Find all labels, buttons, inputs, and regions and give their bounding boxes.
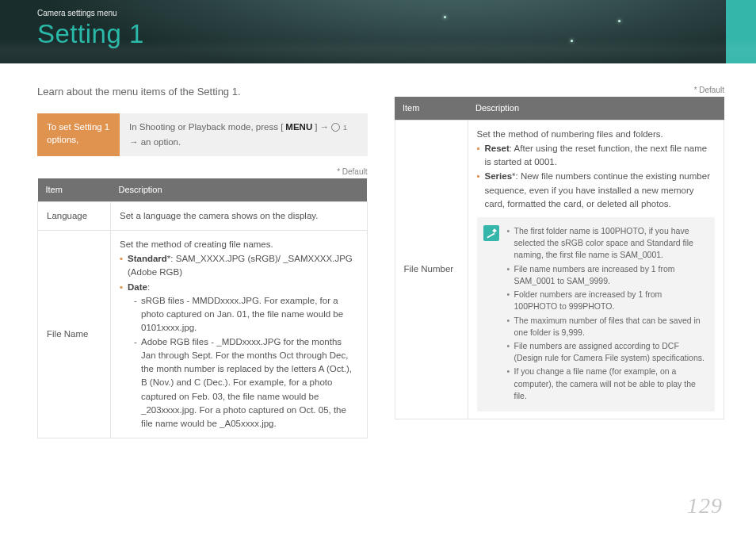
sub-list-item: sRGB files - MMDDxxxx.JPG. For example, …	[134, 294, 358, 335]
table-row: File Name Set the method of creating fil…	[38, 230, 368, 438]
note-item: File name numbers are increased by 1 fro…	[507, 263, 706, 287]
option-label: Reset	[485, 144, 510, 153]
desc-intro: Set the method of creating file names.	[120, 238, 358, 251]
list-item: Standard*: SAM_XXXX.JPG (sRGB)/ _SAMXXXX…	[120, 252, 358, 280]
right-column: * Default Item Description File Number S…	[395, 86, 725, 438]
gear-subscript: 1	[343, 123, 347, 132]
settings-table-left: Item Description Language Set a language…	[37, 178, 368, 438]
settings-table-right: Item Description File Number Set the met…	[395, 97, 725, 419]
table-row: File Number Set the method of numbering …	[395, 120, 724, 419]
note-box: The first folder name is 100PHOTO, if yo…	[477, 217, 716, 412]
option-label: Series	[485, 171, 513, 181]
cell-desc: Set the method of numbering files and fo…	[468, 120, 724, 419]
option-text: : After using the reset function, the ne…	[485, 144, 708, 167]
th-item: Item	[395, 97, 468, 120]
option-text: *: New file numbers continue the existin…	[485, 171, 710, 209]
page-header: Camera settings menu Setting 1	[0, 0, 756, 63]
callout-label: To set Setting 1 options,	[37, 113, 120, 156]
sub-list-item: Adobe RGB files - _MDDxxxx.JPG for the m…	[134, 335, 358, 431]
content-area: Learn about the menu items of the Settin…	[0, 63, 756, 438]
default-footnote: * Default	[395, 86, 725, 94]
callout-text: → an option.	[129, 136, 181, 149]
cell-item: Language	[38, 201, 111, 230]
left-column: Learn about the menu items of the Settin…	[37, 86, 368, 438]
decor-star	[444, 16, 446, 18]
note-item: The maximum number of files that can be …	[507, 315, 706, 339]
note-item: If you change a file name (for example, …	[507, 366, 706, 402]
menu-button-label: MENU	[285, 121, 312, 134]
callout-text: ] →	[315, 121, 329, 134]
option-text: :	[147, 282, 150, 292]
option-label: Date	[128, 282, 147, 292]
cell-desc: Set a language the camera shows on the d…	[111, 201, 368, 230]
cell-item: File Number	[395, 120, 468, 419]
th-desc: Description	[468, 97, 724, 120]
th-desc: Description	[111, 178, 368, 201]
note-item: File numbers are assigned according to D…	[507, 340, 706, 364]
intro-text: Learn about the menu items of the Settin…	[37, 86, 368, 98]
default-footnote: * Default	[37, 167, 368, 176]
table-row: Language Set a language the camera shows…	[38, 201, 368, 230]
cell-item: File Name	[38, 230, 111, 438]
desc-intro: Set the method of numbering files and fo…	[477, 128, 716, 141]
callout-text: In Shooting or Playback mode, press [	[129, 121, 283, 134]
note-list: The first folder name is 100PHOTO, if yo…	[507, 225, 706, 404]
note-item: The first folder name is 100PHOTO, if yo…	[507, 225, 706, 262]
option-label: Standard	[128, 254, 167, 263]
cell-desc: Set the method of creating file names. S…	[111, 230, 368, 438]
callout-instruction: In Shooting or Playback mode, press [ ME…	[120, 113, 368, 156]
gear-icon	[331, 123, 340, 132]
section-tab	[726, 0, 756, 63]
note-icon	[483, 225, 499, 241]
note-item: Folder numbers are increased by 1 from 1…	[507, 289, 706, 312]
list-item: Reset: After using the reset function, t…	[477, 142, 716, 170]
decor-star	[618, 20, 620, 22]
howto-callout: To set Setting 1 options, In Shooting or…	[37, 113, 368, 156]
breadcrumb: Camera settings menu	[37, 9, 756, 17]
list-item: Date: sRGB files - MMDDxxxx.JPG. For exa…	[120, 281, 358, 431]
page-number: 129	[687, 493, 723, 519]
list-item: Series*: New file numbers continue the e…	[477, 170, 716, 211]
th-item: Item	[38, 178, 111, 201]
decor-star	[571, 40, 573, 42]
page-title: Setting 1	[37, 19, 756, 49]
